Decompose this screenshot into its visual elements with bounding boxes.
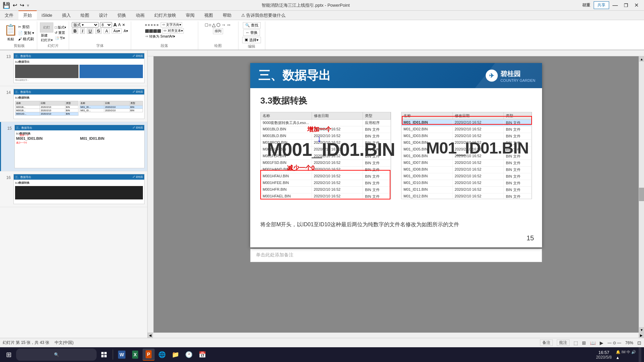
slide-thumb-13[interactable]: 13 三、数据导出🖉 碧桂园 3.2数据导出 导出说明文字... (0, 50, 147, 86)
cut-btn[interactable]: ✂ 剪切 (18, 24, 34, 29)
fit-btn[interactable]: ⊡ (637, 340, 641, 346)
tab-slideshow[interactable]: 幻灯片放映 (150, 11, 181, 20)
big-text-right: M01_ID01.BIN (426, 139, 529, 157)
tab-file[interactable]: 文件 (0, 11, 18, 20)
slide-footer-text: 将全部M开头，以ID01至ID10这种最后两位为纯数字的文件名修改为如图所示的文… (260, 221, 532, 228)
table-row: M001HFR.BIN 2020/2/10 16:52 BIN 文件 (261, 187, 391, 193)
svg-rect-0 (101, 352, 104, 354)
table-row: M01_ID10.BIN 2020/2/10 16:52 BIN 文件 (401, 180, 532, 187)
comments-btn[interactable]: 批注 (557, 340, 570, 346)
right-scrollbar[interactable]: ▲ ▼ (639, 56, 644, 333)
title-bar-text: 智能消防泛海三江上线指引.pptx - PowerPoint (262, 2, 350, 8)
tab-help[interactable]: 帮助 (218, 11, 236, 20)
char-spacing-btn[interactable]: Aa▾ (112, 28, 121, 34)
share-btn[interactable]: 共享 (594, 1, 609, 9)
table-row: M01_ID07.BIN 2020/2/10 16:52 BIN 文件 (401, 160, 532, 167)
text-shadow-btn[interactable]: A▾ (124, 29, 128, 33)
layout-btn[interactable]: □ 版式▾ (55, 25, 66, 30)
status-bar: 幻灯片 第 15 张，共 43 张 中文(中国) 备注 批注 ⬚ ⊞ 📖 ▶ —… (0, 338, 644, 347)
tab-view[interactable]: 视图 (200, 11, 218, 20)
tab-tell-me[interactable]: ⚠ 告诉我你想要做什么 (236, 11, 291, 20)
arrange-btn[interactable]: 排列 (213, 28, 223, 34)
reset-btn[interactable]: ↺ 重置 (55, 31, 66, 35)
main-area: 13 三、数据导出🖉 碧桂园 3.2数据导出 导出说明文字... 1 (0, 50, 644, 338)
notes-placeholder[interactable]: 单击此处添加备注 (256, 252, 293, 257)
restore-btn[interactable]: ❐ (621, 3, 631, 8)
font-color-btn[interactable]: A (104, 28, 110, 34)
tab-animations[interactable]: 动画 (131, 11, 150, 20)
svg-rect-2 (101, 355, 104, 357)
start-btn[interactable]: ⊞ (3, 349, 15, 361)
slide-subtitle: 3.3数据转换 (260, 95, 532, 107)
zoom-slider[interactable]: — ⊙ — (607, 341, 621, 345)
slide-thumb-14[interactable]: 14 三、数据导出🖉 碧桂园 3.3数据转换 名称日期类型 M001B...20… (0, 86, 147, 122)
find-btn[interactable]: 🔍 查找 (243, 22, 261, 28)
slide-thumb-16[interactable]: 16 三、数据导出🖉 碧桂园 3.3数据转换 (0, 171, 147, 207)
slide-header: 三、数据导出 ✈ 碧桂园 COUNTRY GARDEN (250, 63, 542, 88)
paste-btn[interactable]: 📋 (4, 23, 17, 36)
taskbar: ⊞ 🔍 W X P 🌐 📁 🕐 📅 16:57 2020/5/8 🔔 IM 中 … (0, 347, 644, 362)
minimize-btn[interactable]: — (610, 2, 621, 8)
replace-btn[interactable]: ↔ 替换 (243, 29, 260, 36)
time-display: 16:57 (596, 350, 612, 355)
tab-review[interactable]: 审阅 (181, 11, 200, 20)
slide-img-16: 三、数据导出🖉 碧桂园 3.3数据转换 (13, 174, 145, 204)
bold-btn[interactable]: B (72, 28, 78, 34)
ppt-app-btn[interactable]: P (143, 349, 155, 361)
view-reading-btn[interactable]: 📖 (590, 340, 596, 346)
view-slideshow-btn[interactable]: ▶ (600, 340, 603, 346)
view-normal-btn[interactable]: ⬚ (574, 340, 578, 346)
tab-draw[interactable]: 绘图 (76, 11, 94, 20)
copy-btn[interactable]: 📄 复制 ▾ (18, 31, 34, 36)
font-decrease-btn[interactable]: A (118, 22, 121, 27)
font-group-label: 字体 (96, 43, 104, 49)
slide-num-13: 13 (3, 53, 11, 59)
align-text-btn[interactable]: ⇔ 对齐文本▾ (162, 28, 184, 34)
strikethrough-btn[interactable]: S (95, 28, 102, 34)
convert-smartart-btn[interactable]: ⇒ 转换为 SmartArt▾ (145, 34, 175, 39)
tab-transitions[interactable]: 切换 (113, 11, 131, 20)
date-display: 2020/5/8 (596, 355, 612, 360)
canvas-scroll[interactable]: 三、数据导出 ✈ 碧桂园 COUNTRY GARDEN (154, 56, 639, 333)
new-slide-btn[interactable]: 新建幻灯片▾ (41, 33, 53, 43)
slide-thumb-15[interactable]: 15 三、数据导出🖉 碧桂园 3.3数据转换 增加一个 M001_ID01.BI… (0, 122, 147, 171)
notes-btn[interactable]: 备注 (540, 340, 553, 346)
slide-page-num: 15 (527, 234, 534, 242)
clipboard-label: 剪贴板 (14, 43, 25, 49)
edge-app-btn[interactable]: 🌐 (156, 349, 168, 361)
excel-app-btn[interactable]: X (129, 349, 141, 361)
select-btn[interactable]: ▣ 选择▾ (242, 37, 261, 43)
clipboard-group: 📋 粘贴 ✂ 剪切 📄 复制 ▾ 🖌 格式刷 剪贴板 (1, 21, 37, 50)
section-btn[interactable]: 📑 节▾ (55, 36, 66, 41)
underline-btn[interactable]: U (87, 28, 93, 34)
paragraph-group: ≡ ≡ ≡ ≡ ≡ ⇒ 文字方向▾ ⬛⬛⬛⬛ ⇔ 对齐文本▾ ⇒ 转换为 Sma… (131, 21, 198, 50)
calendar-app-btn[interactable]: 📅 (196, 349, 208, 361)
slide-canvas: 三、数据导出 ✈ 碧桂园 COUNTRY GARDEN (250, 63, 542, 247)
tab-home[interactable]: 开始 (18, 10, 37, 20)
tab-design[interactable]: 设计 (94, 11, 113, 20)
close-btn[interactable]: ✕ (632, 2, 641, 8)
table-row: M01_ID11.BIN 2020/2/10 16:52 BIN 文件 (401, 187, 532, 193)
font-clear-btn[interactable]: ✕ (122, 23, 125, 27)
slide-body: 3.3数据转换 名称 修改日期 类型 (250, 88, 542, 235)
italic-btn[interactable]: I (80, 28, 85, 34)
new-slide-icon: 幻灯 (40, 22, 53, 33)
search-btn[interactable]: 🔍 (16, 349, 97, 361)
view-slide-sorter-btn[interactable]: ⊞ (582, 340, 586, 346)
clock-app-btn[interactable]: 🕐 (183, 349, 195, 361)
tab-insert[interactable]: 插入 (57, 11, 76, 20)
system-tray[interactable]: 🔔 IM 中 🔊 ▲ (616, 350, 636, 360)
show-desktop-btn[interactable] (639, 347, 641, 362)
text-direction-btn[interactable]: ⇒ 文字方向▾ (161, 22, 182, 27)
word-app-btn[interactable]: W (116, 349, 128, 361)
font-select[interactable]: 版式 ▾ (72, 22, 99, 27)
taskview-btn[interactable] (98, 349, 110, 361)
slide-img-13: 三、数据导出🖉 碧桂园 3.2数据导出 导出说明文字... (13, 53, 145, 83)
font-size-select[interactable]: 8 (100, 22, 112, 27)
editing-group: 🔍 查找 ↔ 替换 ▣ 选择▾ 编辑 (238, 21, 265, 50)
tab-islide[interactable]: iSlide (37, 11, 57, 20)
format-painter-btn[interactable]: 🖌 格式刷 (18, 37, 34, 42)
table-row: M001HAND.BIN 2020/2/10 16:52 BIN 文件 (261, 167, 391, 173)
explorer-app-btn[interactable]: 📁 (169, 349, 181, 361)
font-increase-btn[interactable]: A (113, 22, 117, 27)
